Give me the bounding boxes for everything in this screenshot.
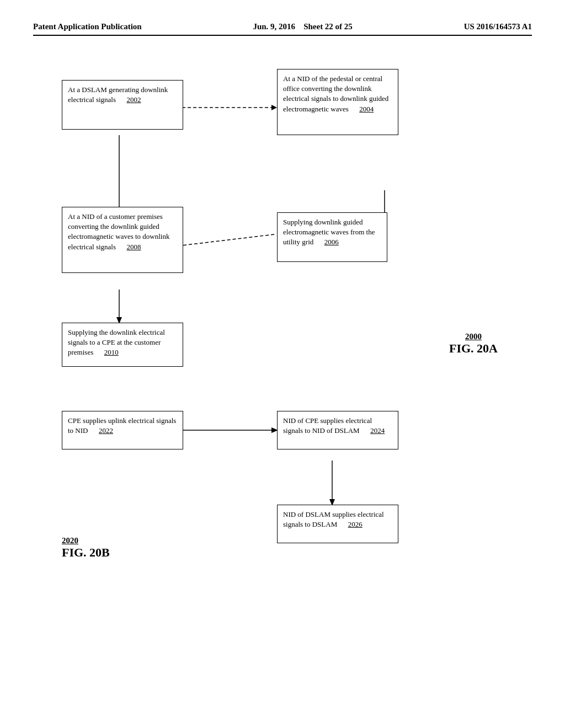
box-2010: Supplying the downlink electrical signal… <box>62 323 183 367</box>
header-sheet: Sheet 22 of 25 <box>303 22 353 31</box>
header-date-sheet: Jun. 9, 2016 Sheet 22 of 25 <box>253 22 352 31</box>
fig-20b-number: 2020 <box>62 536 110 545</box>
box-2008-text: At a NID of a customer premises converti… <box>68 212 169 251</box>
page-header: Patent Application Publication Jun. 9, 2… <box>33 22 532 36</box>
box-2002-text: At a DSLAM generating downlink electrica… <box>68 85 168 104</box>
header-publication-label: Patent Application Publication <box>33 22 142 31</box>
page: Patent Application Publication Jun. 9, 2… <box>0 0 565 728</box>
box-2006: Supplying downlink guided electromagneti… <box>277 212 387 262</box>
box-2004-ref: 2004 <box>359 105 374 113</box>
svg-line-5 <box>182 234 274 245</box>
box-2026-text: NID of DSLAM supplies electrical signals… <box>283 510 384 528</box>
box-2026-ref: 2026 <box>348 520 363 528</box>
box-2022-ref: 2022 <box>99 426 113 435</box>
box-2002-ref: 2002 <box>127 95 141 104</box>
box-2006-ref: 2006 <box>324 238 339 246</box>
header-date: Jun. 9, 2016 <box>253 22 295 31</box>
fig-20b-label: 2020 FIG. 20B <box>62 536 110 560</box>
figure-20a-container: At a DSLAM generating downlink electrica… <box>56 58 509 367</box>
box-2008-ref: 2008 <box>127 243 141 251</box>
box-2004: At a NID of the pedestal or central offi… <box>277 69 398 135</box>
fig-20a-title: FIG. 20A <box>449 341 498 356</box>
box-2022: CPE supplies uplink electrical signals t… <box>62 411 183 449</box>
fig-20b-title: FIG. 20B <box>62 545 110 560</box>
box-2002: At a DSLAM generating downlink electrica… <box>62 80 183 130</box>
box-2026: NID of DSLAM supplies electrical signals… <box>277 505 398 543</box>
svg-marker-1 <box>271 105 277 110</box>
box-2008: At a NID of a customer premises converti… <box>62 207 183 273</box>
box-2010-ref: 2010 <box>104 348 119 356</box>
box-2024-text: NID of CPE supplies electrical signals t… <box>283 416 372 435</box>
fig-20a-label: 2000 FIG. 20A <box>449 332 498 356</box>
header-patent-number: US 2016/164573 A1 <box>464 22 532 31</box>
fig-20a-number: 2000 <box>449 332 498 341</box>
box-2024: NID of CPE supplies electrical signals t… <box>277 411 398 449</box>
box-2022-text: CPE supplies uplink electrical signals t… <box>68 416 176 435</box>
box-2024-ref: 2024 <box>370 426 385 435</box>
figure-20b-container: CPE supplies uplink electrical signals t… <box>56 400 509 565</box>
